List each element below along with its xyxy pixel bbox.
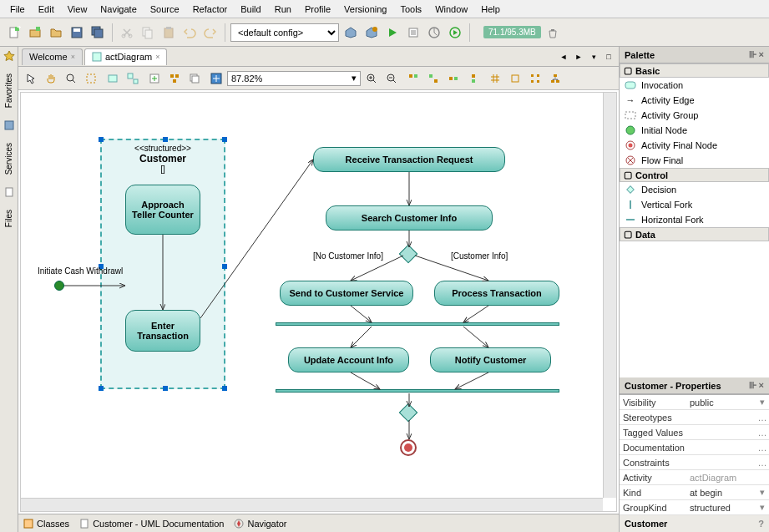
prop-row[interactable]: Visibilitypublic▾ bbox=[620, 395, 769, 410]
prop-button[interactable]: … bbox=[756, 458, 769, 468]
gc-button[interactable] bbox=[544, 23, 562, 42]
marquee-tool[interactable] bbox=[82, 69, 100, 88]
prop-button[interactable]: … bbox=[756, 443, 769, 453]
prop-row[interactable]: ActivityactDiagram bbox=[620, 470, 769, 485]
diagram-canvas[interactable]: <<structured>> Customer [] Initiate Cash… bbox=[20, 92, 617, 512]
menu-help[interactable]: Help bbox=[474, 3, 507, 16]
join-bar[interactable] bbox=[276, 389, 559, 393]
grid-button[interactable] bbox=[486, 69, 504, 88]
tree-button[interactable] bbox=[546, 69, 564, 88]
build-button[interactable] bbox=[341, 23, 360, 42]
pal-activity-edge[interactable]: →Activity Edge bbox=[620, 93, 769, 108]
bottom-navigator[interactable]: Navigator bbox=[234, 519, 286, 529]
prop-value[interactable]: public bbox=[686, 398, 756, 408]
prop-row[interactable]: GroupKindstructured▾ bbox=[620, 500, 769, 515]
copy-button[interactable] bbox=[139, 23, 157, 42]
config-select[interactable]: <default config> bbox=[230, 23, 339, 42]
node-update[interactable]: Update Account Info bbox=[288, 347, 409, 372]
help-icon[interactable]: ? bbox=[758, 519, 764, 529]
undo-button[interactable] bbox=[180, 23, 199, 42]
menu-build[interactable]: Build bbox=[234, 3, 267, 16]
run-button[interactable] bbox=[383, 23, 402, 42]
zoom-tool[interactable] bbox=[62, 69, 80, 88]
pal-vfork[interactable]: Vertical Fork bbox=[620, 197, 769, 212]
menu-refactor[interactable]: Refactor bbox=[186, 3, 235, 16]
prop-row[interactable]: Tagged Values… bbox=[620, 425, 769, 440]
favorites-tab[interactable]: Favorites bbox=[3, 68, 15, 113]
prop-button[interactable]: ▾ bbox=[756, 397, 769, 408]
prop-button[interactable]: … bbox=[756, 413, 769, 423]
copy-diagram-button[interactable] bbox=[185, 69, 204, 88]
prop-value[interactable]: at begin bbox=[686, 488, 756, 498]
tab-welcome[interactable]: Welcome × bbox=[22, 48, 83, 65]
panel-pin-icon[interactable]: ⊪ bbox=[749, 380, 757, 391]
prop-button[interactable]: ▾ bbox=[756, 502, 769, 513]
clean-build-button[interactable] bbox=[362, 23, 381, 42]
tab-prev-button[interactable]: ◄ bbox=[557, 50, 570, 63]
overview-button[interactable] bbox=[124, 69, 142, 88]
zoom-out-button[interactable] bbox=[382, 69, 401, 88]
initial-node[interactable] bbox=[54, 281, 64, 291]
palette-group-data[interactable]: ▢Data bbox=[620, 227, 769, 241]
save-all-button[interactable] bbox=[89, 23, 107, 42]
pal-hfork[interactable]: Horizontal Fork bbox=[620, 212, 769, 227]
menu-file[interactable]: File bbox=[3, 3, 32, 16]
fork-bar[interactable] bbox=[276, 322, 559, 326]
align2-button[interactable] bbox=[424, 69, 443, 88]
pal-decision[interactable]: Decision bbox=[620, 182, 769, 197]
services-tab[interactable]: Services bbox=[3, 138, 15, 180]
files-tab[interactable]: Files bbox=[3, 205, 15, 232]
node-process[interactable]: Process Transaction bbox=[434, 281, 559, 306]
merge-node[interactable] bbox=[399, 403, 418, 423]
pal-final-node[interactable]: Activity Final Node bbox=[620, 138, 769, 153]
select-tool[interactable] bbox=[22, 69, 40, 88]
bottom-classes[interactable]: Classes bbox=[23, 519, 69, 529]
pan-tool[interactable] bbox=[42, 69, 60, 88]
save-button[interactable] bbox=[68, 23, 86, 42]
redo-button[interactable] bbox=[201, 23, 220, 42]
profile-button[interactable] bbox=[425, 23, 443, 42]
prop-button[interactable]: ▾ bbox=[756, 487, 769, 498]
pal-activity-group[interactable]: Activity Group bbox=[620, 108, 769, 123]
menu-profile[interactable]: Profile bbox=[298, 3, 337, 16]
favorites-icon[interactable] bbox=[3, 50, 15, 62]
node-notify[interactable]: Notify Customer bbox=[430, 347, 551, 372]
menu-source[interactable]: Source bbox=[144, 3, 186, 16]
node-receive[interactable]: Receive Transaction Request bbox=[313, 147, 505, 172]
snap-button[interactable] bbox=[506, 69, 524, 88]
node-search[interactable]: Search Customer Info bbox=[326, 205, 493, 231]
open-button[interactable] bbox=[47, 23, 65, 42]
tab-next-button[interactable]: ► bbox=[572, 50, 585, 63]
tab-list-button[interactable]: ▾ bbox=[587, 50, 600, 63]
memory-indicator[interactable]: 71.1/95.3MB bbox=[483, 26, 541, 38]
fit-button[interactable] bbox=[104, 69, 122, 88]
pal-flow-final[interactable]: Flow Final bbox=[620, 153, 769, 168]
panel-close-icon[interactable]: × bbox=[759, 49, 764, 60]
profile-run-button[interactable] bbox=[446, 23, 464, 42]
bottom-docs[interactable]: Customer - UML Documentation bbox=[79, 519, 224, 529]
decision-node[interactable] bbox=[399, 245, 418, 264]
panel-pin-icon[interactable]: ⊪ bbox=[749, 49, 757, 60]
files-icon[interactable] bbox=[3, 186, 15, 198]
menu-navigate[interactable]: Navigate bbox=[94, 3, 143, 16]
new-project-button[interactable] bbox=[26, 23, 44, 42]
pal-invocation[interactable]: Invocation bbox=[620, 78, 769, 93]
zoom-input[interactable]: 87.82%▾ bbox=[227, 71, 361, 86]
menu-run[interactable]: Run bbox=[268, 3, 298, 16]
menu-view[interactable]: View bbox=[61, 3, 94, 16]
node-approach[interactable]: Approach Teller Counter bbox=[125, 185, 200, 235]
prop-value[interactable]: structured bbox=[686, 503, 756, 513]
customer-group[interactable]: <<structured>> Customer [] bbox=[100, 139, 225, 389]
prop-row[interactable]: Constraints… bbox=[620, 455, 769, 470]
cut-button[interactable] bbox=[118, 23, 136, 42]
node-enter[interactable]: Enter Transaction bbox=[125, 310, 200, 352]
vertical-scrollbar[interactable] bbox=[603, 93, 616, 498]
services-icon[interactable] bbox=[3, 119, 15, 131]
new-file-button[interactable]: + bbox=[5, 23, 23, 42]
export-button[interactable] bbox=[145, 69, 164, 88]
menu-edit[interactable]: Edit bbox=[32, 3, 61, 16]
menu-versioning[interactable]: Versioning bbox=[337, 3, 393, 16]
panel-close-icon[interactable]: × bbox=[759, 380, 764, 391]
tab-max-button[interactable]: □ bbox=[602, 50, 615, 63]
align-button[interactable] bbox=[404, 69, 422, 88]
